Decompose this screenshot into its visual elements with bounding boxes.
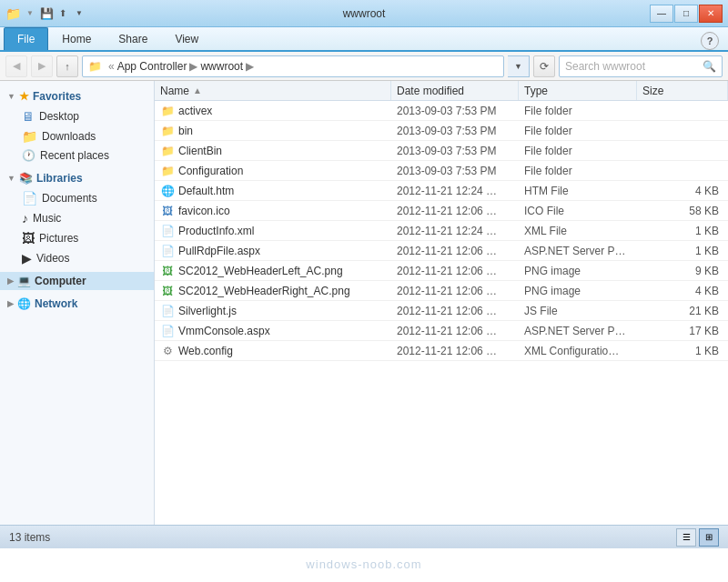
name-sort-arrow-icon: ▲ bbox=[193, 85, 202, 95]
refresh-button[interactable]: ⟳ bbox=[533, 55, 555, 77]
address-dropdown-button[interactable]: ▼ bbox=[508, 55, 530, 77]
sidebar-section-computer[interactable]: ▶ 💻 Computer bbox=[0, 272, 154, 290]
file-name-text: bin bbox=[178, 125, 193, 137]
back-button[interactable]: ◀ bbox=[5, 55, 27, 77]
file-date-cell: 2012-11-21 12:06 … bbox=[391, 245, 519, 257]
sidebar-item-videos[interactable]: ▶ Videos bbox=[0, 248, 154, 268]
maximize-button[interactable]: □ bbox=[674, 5, 698, 23]
table-row[interactable]: 🌐 Default.htm 2012-11-21 12:24 … HTM Fil… bbox=[155, 181, 728, 201]
sidebar: ▼ ★ Favorites 🖥 Desktop 📁 Downloads 🕐 Re… bbox=[0, 81, 155, 525]
file-size-cell: 58 KB bbox=[637, 205, 728, 217]
col-header-size[interactable]: Size bbox=[637, 81, 728, 100]
table-row[interactable]: 📄 Silverlight.js 2012-11-21 12:06 … JS F… bbox=[155, 301, 728, 321]
libraries-label: Libraries bbox=[36, 172, 83, 185]
music-label: Music bbox=[33, 212, 61, 225]
favorites-star-icon: ★ bbox=[19, 90, 29, 103]
table-row[interactable]: 📁 bin 2013-09-03 7:53 PM File folder bbox=[155, 121, 728, 141]
favorites-label: Favorites bbox=[33, 90, 81, 103]
file-date-cell: 2012-11-21 12:06 … bbox=[391, 265, 519, 277]
file-type-cell: HTM File bbox=[519, 185, 637, 197]
sidebar-item-recent-places[interactable]: 🕐 Recent places bbox=[0, 146, 154, 165]
qa-save[interactable]: 💾 bbox=[39, 6, 54, 21]
js-icon: 📄 bbox=[160, 304, 175, 318]
png-icon: 🖼 bbox=[160, 264, 175, 278]
sidebar-section-libraries[interactable]: ▼ 📚 Libraries bbox=[0, 168, 154, 188]
sidebar-item-documents[interactable]: 📄 Documents bbox=[0, 188, 154, 208]
detail-view-button[interactable]: ⊞ bbox=[699, 528, 719, 547]
file-date-cell: 2012-11-21 12:06 … bbox=[391, 325, 519, 337]
table-row[interactable]: 🖼 SC2012_WebHeaderLeft_AC.png 2012-11-21… bbox=[155, 261, 728, 281]
minimize-button[interactable]: — bbox=[650, 5, 673, 23]
sidebar-section-network[interactable]: ▶ 🌐 Network bbox=[0, 294, 154, 314]
address-path[interactable]: 📁 « App Controller ▶ wwwroot ▶ bbox=[82, 55, 504, 77]
col-header-date[interactable]: Date modified bbox=[391, 81, 519, 100]
tab-share[interactable]: Share bbox=[105, 27, 161, 50]
table-row[interactable]: 📁 Configuration 2013-09-03 7:53 PM File … bbox=[155, 161, 728, 181]
file-date-cell: 2013-09-03 7:53 PM bbox=[391, 165, 519, 177]
sidebar-item-pictures[interactable]: 🖼 Pictures bbox=[0, 228, 154, 248]
favorites-arrow-icon: ▼ bbox=[7, 92, 15, 101]
videos-icon: ▶ bbox=[22, 251, 32, 266]
pictures-label: Pictures bbox=[39, 232, 78, 245]
qa-dropdown[interactable]: ▼ bbox=[72, 6, 86, 21]
forward-button[interactable]: ▶ bbox=[31, 55, 53, 77]
computer-label: Computer bbox=[35, 275, 86, 287]
path-segment-app-controller[interactable]: App Controller bbox=[117, 60, 187, 73]
file-name-text: activex bbox=[178, 105, 212, 117]
watermark: windows-noob.com bbox=[306, 557, 421, 571]
sidebar-item-music[interactable]: ♪ Music bbox=[0, 208, 154, 228]
file-type-cell: PNG image bbox=[519, 285, 637, 297]
table-row[interactable]: 📄 PullRdpFile.aspx 2012-11-21 12:06 … AS… bbox=[155, 241, 728, 261]
col-header-name[interactable]: Name ▲ bbox=[155, 81, 391, 100]
desktop-icon: 🖥 bbox=[22, 109, 35, 124]
file-date-cell: 2012-11-21 12:24 … bbox=[391, 185, 519, 197]
qa-btn-1[interactable]: ▼ bbox=[23, 6, 37, 21]
file-size-cell: 9 KB bbox=[637, 265, 728, 277]
table-row[interactable]: 📁 activex 2013-09-03 7:53 PM File folder bbox=[155, 101, 728, 121]
ribbon-tabs: File Home Share View ? bbox=[0, 27, 728, 50]
file-size-cell: 17 KB bbox=[637, 325, 728, 337]
table-row[interactable]: ⚙ Web.config 2012-11-21 12:06 … XML Conf… bbox=[155, 341, 728, 361]
file-list-header: Name ▲ Date modified Type Size bbox=[155, 81, 728, 101]
close-button[interactable]: ✕ bbox=[699, 5, 723, 23]
tab-file[interactable]: File bbox=[4, 27, 48, 50]
file-date-cell: 2013-09-03 7:53 PM bbox=[391, 125, 519, 137]
table-row[interactable]: 📁 ClientBin 2013-09-03 7:53 PM File fold… bbox=[155, 141, 728, 161]
file-list: Name ▲ Date modified Type Size 📁 activex… bbox=[155, 81, 728, 525]
tab-view[interactable]: View bbox=[161, 27, 212, 50]
file-name-cell: 📁 activex bbox=[155, 104, 391, 118]
desktop-label: Desktop bbox=[39, 110, 79, 123]
file-date-cell: 2012-11-21 12:06 … bbox=[391, 345, 519, 357]
table-row[interactable]: 🖼 favicon.ico 2012-11-21 12:06 … ICO Fil… bbox=[155, 201, 728, 221]
up-button[interactable]: ↑ bbox=[56, 55, 78, 77]
sidebar-item-downloads[interactable]: 📁 Downloads bbox=[0, 126, 154, 146]
file-date-cell: 2012-11-21 12:06 … bbox=[391, 285, 519, 297]
file-name-cell: 📄 VmmConsole.aspx bbox=[155, 324, 391, 338]
table-row[interactable]: 📄 ProductInfo.xml 2012-11-21 12:24 … XML… bbox=[155, 221, 728, 241]
file-name-text: Configuration bbox=[178, 165, 243, 177]
sidebar-item-desktop[interactable]: 🖥 Desktop bbox=[0, 106, 154, 126]
downloads-icon: 📁 bbox=[22, 129, 37, 144]
col-header-type[interactable]: Type bbox=[519, 81, 637, 100]
qa-up[interactable]: ⬆ bbox=[56, 6, 70, 21]
file-type-cell: ASP.NET Server Pa… bbox=[519, 245, 637, 257]
table-row[interactable]: 🖼 SC2012_WebHeaderRight_AC.png 2012-11-2… bbox=[155, 281, 728, 301]
file-name-cell: 🌐 Default.htm bbox=[155, 184, 391, 198]
help-button[interactable]: ? bbox=[701, 32, 719, 50]
file-type-cell: ICO File bbox=[519, 205, 637, 217]
search-icon[interactable]: 🔍 bbox=[703, 60, 716, 73]
file-type-cell: File folder bbox=[519, 145, 637, 157]
tab-home[interactable]: Home bbox=[48, 27, 105, 50]
search-box[interactable]: Search wwwroot 🔍 bbox=[559, 55, 723, 77]
file-rows-container: 📁 activex 2013-09-03 7:53 PM File folder… bbox=[155, 101, 728, 361]
file-type-cell: XML File bbox=[519, 225, 637, 237]
network-label: Network bbox=[35, 297, 77, 310]
title-bar-left: 📁 ▼ 💾 ⬆ ▼ bbox=[5, 6, 86, 21]
file-name-cell: 📁 bin bbox=[155, 124, 391, 138]
table-row[interactable]: 📄 VmmConsole.aspx 2012-11-21 12:06 … ASP… bbox=[155, 321, 728, 341]
file-size-cell: 21 KB bbox=[637, 305, 728, 317]
list-view-button[interactable]: ☰ bbox=[676, 528, 696, 547]
item-count: 13 items bbox=[9, 531, 50, 544]
sidebar-section-favorites[interactable]: ▼ ★ Favorites bbox=[0, 86, 154, 106]
path-segment-wwwroot[interactable]: wwwroot bbox=[200, 60, 243, 73]
